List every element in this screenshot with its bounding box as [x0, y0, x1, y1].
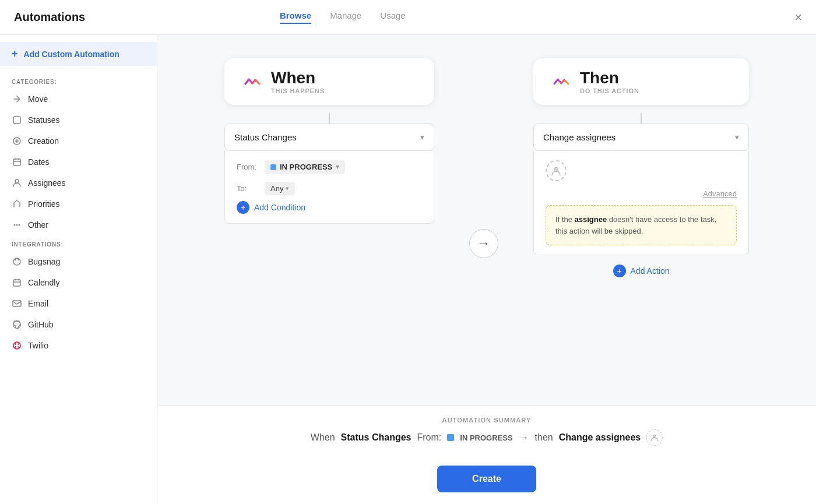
sidebar-item-label: Other	[28, 220, 48, 230]
tab-browse[interactable]: Browse	[280, 10, 311, 24]
sidebar-item-twilio[interactable]: Twilio	[0, 335, 157, 356]
create-button[interactable]: Create	[437, 466, 536, 492]
status-dot-icon	[270, 164, 276, 170]
sidebar-item-move[interactable]: Move	[0, 89, 157, 110]
sidebar-item-calendly[interactable]: Calendly	[0, 272, 157, 293]
plus-icon: +	[237, 201, 249, 214]
flow-arrow: →	[469, 229, 498, 258]
from-row: From: IN PROGRESS ▾	[237, 160, 422, 174]
automation-summary: AUTOMATION SUMMARY When Status Changes F…	[157, 406, 816, 456]
to-row: To: Any ▾	[237, 182, 422, 195]
trigger-section: When THIS HAPPENS Status Changes ▾ From:	[224, 58, 434, 224]
sidebar-item-priorities[interactable]: Priorities	[0, 193, 157, 214]
header: Automations Browse Manage Usage ×	[0, 0, 816, 35]
svg-point-15	[17, 346, 19, 347]
summary-assignee-icon	[646, 429, 663, 446]
statuses-icon	[12, 115, 22, 125]
email-icon	[12, 298, 22, 309]
twilio-icon	[12, 340, 22, 351]
content-area: When THIS HAPPENS Status Changes ▾ From:	[157, 35, 816, 504]
move-icon	[12, 94, 22, 104]
chevron-down-icon: ▾	[286, 185, 289, 192]
sidebar-item-creation[interactable]: Creation	[0, 131, 157, 151]
from-status-badge[interactable]: IN PROGRESS ▾	[265, 160, 345, 174]
svg-point-11	[13, 342, 20, 349]
sidebar: + Add Custom Automation CATEGORIES: Move…	[0, 35, 157, 504]
sidebar-item-label: Bugsnag	[28, 257, 60, 266]
trigger-dropdown[interactable]: Status Changes ▾	[224, 124, 434, 151]
sidebar-item-label: Move	[28, 94, 48, 104]
svg-point-5	[16, 224, 18, 226]
warning-box: If the assignee doesn't have access to t…	[546, 205, 737, 245]
github-icon	[12, 319, 22, 330]
main-layout: + Add Custom Automation CATEGORIES: Move…	[0, 35, 816, 504]
assignee-placeholder-icon[interactable]	[546, 160, 567, 181]
sidebar-item-other[interactable]: Other	[0, 214, 157, 235]
assignee-row	[546, 160, 737, 181]
add-condition-button[interactable]: + Add Condition	[237, 201, 305, 214]
plus-icon: +	[12, 48, 18, 60]
action-section: Then DO THIS ACTION Change assignees ▾	[533, 58, 749, 277]
sidebar-item-assignees[interactable]: Assignees	[0, 172, 157, 193]
plus-icon: +	[613, 265, 626, 277]
sidebar-item-dates[interactable]: Dates	[0, 151, 157, 172]
when-title: When	[271, 69, 325, 87]
create-area: Create	[157, 456, 816, 504]
sidebar-item-statuses[interactable]: Statuses	[0, 110, 157, 131]
svg-rect-2	[13, 159, 20, 165]
svg-rect-8	[13, 280, 20, 286]
sidebar-item-label: Priorities	[28, 199, 59, 209]
svg-point-6	[19, 224, 20, 226]
chevron-down-icon: ▾	[735, 133, 739, 142]
svg-point-14	[15, 346, 16, 347]
add-custom-automation-button[interactable]: + Add Custom Automation	[0, 42, 157, 66]
integrations-label: INTEGRATIONS:	[0, 235, 157, 251]
automation-builder: When THIS HAPPENS Status Changes ▾ From:	[157, 35, 816, 406]
when-sub: THIS HAPPENS	[271, 87, 325, 94]
sidebar-item-label: Email	[28, 299, 48, 308]
summary-content: When Status Changes From: IN PROGRESS → …	[192, 429, 781, 446]
svg-point-3	[15, 179, 19, 183]
sidebar-item-label: Calendly	[28, 278, 59, 287]
svg-point-4	[14, 224, 16, 226]
chevron-down-icon: ▾	[420, 133, 424, 142]
header-tabs: Browse Manage Usage	[280, 10, 406, 24]
app-title: Automations	[14, 10, 85, 24]
dates-icon	[12, 157, 22, 167]
svg-rect-9	[13, 301, 21, 306]
action-dropdown[interactable]: Change assignees ▾	[533, 124, 749, 151]
svg-point-13	[17, 343, 19, 344]
sidebar-item-label: Creation	[28, 136, 59, 146]
sidebar-item-label: Assignees	[28, 178, 66, 188]
creation-icon	[12, 136, 22, 146]
then-header-text: Then DO THIS ACTION	[580, 69, 639, 94]
action-box: Advanced If the assignee doesn't have ac…	[533, 151, 749, 255]
other-icon	[12, 220, 22, 230]
tab-usage[interactable]: Usage	[380, 10, 405, 24]
to-value-badge[interactable]: Any ▾	[265, 182, 295, 195]
add-action-button[interactable]: + Add Action	[613, 265, 670, 277]
bottom-bar: AUTOMATION SUMMARY When Status Changes F…	[157, 406, 816, 504]
sidebar-item-email[interactable]: Email	[0, 293, 157, 314]
tab-manage[interactable]: Manage	[330, 10, 361, 24]
chevron-down-icon: ▾	[336, 163, 339, 171]
sidebar-item-bugsnag[interactable]: Bugsnag	[0, 251, 157, 272]
sidebar-item-label: GitHub	[28, 320, 54, 329]
summary-arrow-icon: →	[519, 432, 529, 444]
sidebar-item-label: Dates	[28, 157, 50, 167]
categories-label: CATEGORIES:	[0, 73, 157, 89]
summary-status-dot	[447, 434, 454, 441]
calendly-icon	[12, 277, 22, 288]
close-button[interactable]: ×	[794, 10, 802, 25]
then-sub: DO THIS ACTION	[580, 87, 639, 94]
assignees-icon	[12, 178, 22, 188]
clickup-logo-when	[242, 70, 263, 93]
advanced-link[interactable]: Advanced	[546, 189, 737, 198]
bugsnag-icon	[12, 256, 22, 267]
condition-box: From: IN PROGRESS ▾ To: Any ▾	[224, 151, 434, 224]
when-header-text: When THIS HAPPENS	[271, 69, 325, 94]
sidebar-item-github[interactable]: GitHub	[0, 314, 157, 335]
priorities-icon	[12, 199, 22, 209]
then-title: Then	[580, 69, 639, 87]
svg-point-7	[13, 258, 20, 265]
